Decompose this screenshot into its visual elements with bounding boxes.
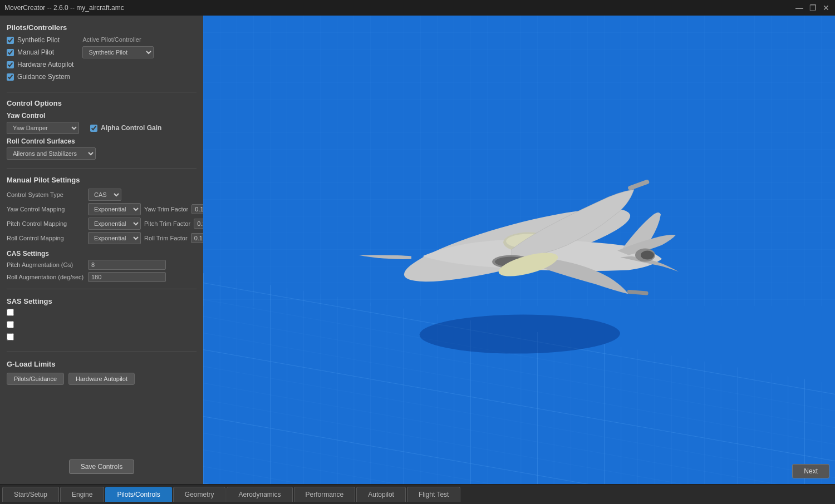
roll-control-row: Ailerons and Stabilizers Ailerons Only S…: [7, 147, 197, 160]
svg-rect-12: [627, 179, 650, 191]
manual-pilot-checkbox[interactable]: [7, 49, 14, 56]
control-system-row: Control System Type CAS SAS Direct: [7, 189, 197, 201]
pitch-aug-label: Pitch Augmentation (Gs): [7, 261, 85, 268]
roll-mapping-label: Roll Control Mapping: [7, 235, 85, 241]
sas-checkboxes: [7, 309, 197, 343]
manual-pilot-label: Manual Pilot: [17, 48, 54, 56]
yaw-control-row: Yaw Damper None Rate Damper Alpha Contro…: [7, 122, 197, 134]
next-button[interactable]: Next: [792, 464, 829, 478]
synthetic-pilot-label: Synthetic Pilot: [17, 36, 60, 44]
svg-point-11: [641, 251, 654, 260]
active-pilot-label: Active Pilot/Controller: [82, 36, 154, 43]
save-controls-button[interactable]: Save Controls: [69, 459, 134, 474]
cas-settings-title: CAS Settings: [7, 250, 197, 258]
checkbox-manual: Manual Pilot: [7, 48, 73, 56]
roll-aug-row: Roll Augmentation (deg/sec): [7, 272, 197, 282]
save-row: Save Controls: [7, 455, 197, 478]
hardware-autopilot-checkbox[interactable]: [7, 61, 14, 68]
yaw-mapping-label: Yaw Control Mapping: [7, 206, 85, 213]
pilots-checkboxes: Synthetic Pilot Manual Pilot Hardware Au…: [7, 36, 73, 83]
gload-buttons: Pilots/Guidance Hardware Autopilot: [7, 373, 197, 385]
pitch-trim-input[interactable]: [194, 219, 203, 229]
roll-control-sublabel: Roll Control Surfaces: [7, 137, 197, 145]
pitch-aug-input[interactable]: [88, 260, 166, 270]
roll-mapping-controls: Exponential Linear Quadratic Roll Trim F…: [88, 232, 203, 244]
maximize-button[interactable]: ❐: [808, 3, 817, 12]
active-pilot-select[interactable]: Synthetic Pilot Manual Pilot Hardware Au…: [82, 46, 154, 58]
control-system-label: Control System Type: [7, 191, 85, 198]
tab-pilots-controls[interactable]: Pilots/Controls: [105, 487, 171, 502]
sas-checkbox-1: [7, 309, 197, 316]
pitch-mapping-label: Pitch Control Mapping: [7, 220, 85, 227]
hardware-autopilot-button[interactable]: Hardware Autopilot: [68, 373, 135, 385]
roll-aug-input[interactable]: [88, 272, 166, 282]
sas-checkbox-input-2[interactable]: [7, 321, 14, 328]
sas-checkbox-input-1[interactable]: [7, 309, 14, 316]
main-area: Pilots/Controllers Synthetic Pilot Manua…: [0, 16, 835, 484]
titlebar-title: MoverCreator -- 2.6.0 -- my_aircraft.amc: [4, 4, 124, 12]
svg-point-4: [416, 315, 623, 354]
pitch-aug-row: Pitch Augmentation (Gs): [7, 260, 197, 270]
bottom-tabs: Start/Setup Engine Pilots/Controls Geome…: [0, 484, 835, 504]
tab-start-setup[interactable]: Start/Setup: [2, 487, 59, 502]
tab-flight-test[interactable]: Flight Test: [407, 487, 460, 502]
yaw-control-sublabel: Yaw Control: [7, 112, 197, 120]
divider-4: [7, 352, 197, 352]
alpha-control-gain-label: Alpha Control Gain: [101, 124, 161, 132]
tab-autopilot[interactable]: Autopilot: [356, 487, 406, 502]
roll-trim-label: Roll Trim Factor: [144, 235, 188, 241]
yaw-mapping-controls: Exponential Linear Quadratic Yaw Trim Fa…: [88, 203, 203, 215]
tab-aerodynamics[interactable]: Aerodynamics: [227, 487, 292, 502]
pitch-mapping-controls: Exponential Linear Quadratic Pitch Trim …: [88, 218, 203, 230]
yaw-trim-label: Yaw Trim Factor: [144, 206, 188, 213]
pilots-guidance-button[interactable]: Pilots/Guidance: [7, 373, 64, 385]
control-system-value: CAS SAS Direct: [88, 189, 197, 201]
tab-engine[interactable]: Engine: [60, 487, 104, 502]
sas-settings-title: SAS Settings: [7, 297, 197, 305]
synthetic-pilot-checkbox[interactable]: [7, 37, 14, 44]
titlebar-controls: — ❐ ✕: [795, 3, 831, 12]
yaw-control-select[interactable]: Yaw Damper None Rate Damper: [7, 122, 79, 134]
tab-geometry[interactable]: Geometry: [173, 487, 226, 502]
divider-3: [7, 289, 197, 289]
sas-checkbox-2: [7, 321, 197, 328]
checkbox-hardware: Hardware Autopilot: [7, 61, 73, 68]
control-system-select[interactable]: CAS SAS Direct: [88, 189, 121, 201]
guidance-system-label: Guidance System: [17, 73, 70, 81]
alpha-control-container: Alpha Control Gain: [90, 124, 161, 132]
roll-aug-label: Roll Augmentation (deg/sec): [7, 274, 85, 280]
sas-checkbox-3: [7, 333, 197, 340]
divider-1: [7, 92, 197, 92]
sas-checkbox-input-3[interactable]: [7, 333, 14, 340]
pitch-mapping-select[interactable]: Exponential Linear Quadratic: [88, 218, 141, 230]
roll-control-select[interactable]: Ailerons and Stabilizers Ailerons Only S…: [7, 147, 96, 160]
checkbox-synthetic: Synthetic Pilot: [7, 36, 73, 44]
pilots-section-title: Pilots/Controllers: [7, 23, 197, 32]
gload-title: G-Load Limits: [7, 360, 197, 368]
checkbox-guidance: Guidance System: [7, 73, 73, 81]
guidance-system-checkbox[interactable]: [7, 73, 14, 81]
roll-mapping-row: Roll Control Mapping Exponential Linear …: [7, 232, 197, 244]
3d-viewport: Next: [203, 16, 835, 484]
left-panel: Pilots/Controllers Synthetic Pilot Manua…: [0, 16, 203, 484]
pilots-row: Synthetic Pilot Manual Pilot Hardware Au…: [7, 36, 197, 83]
yaw-trim-input[interactable]: [191, 204, 203, 214]
alpha-control-gain-checkbox[interactable]: [90, 125, 97, 132]
pitch-mapping-row: Pitch Control Mapping Exponential Linear…: [7, 218, 197, 230]
yaw-mapping-row: Yaw Control Mapping Exponential Linear Q…: [7, 203, 197, 215]
aircraft-svg: [356, 129, 745, 362]
minimize-button[interactable]: —: [795, 3, 804, 12]
tab-performance[interactable]: Performance: [294, 487, 356, 502]
roll-mapping-select[interactable]: Exponential Linear Quadratic: [88, 232, 141, 244]
pitch-aug-value: [88, 260, 197, 270]
hardware-autopilot-label: Hardware Autopilot: [17, 61, 73, 68]
divider-2: [7, 169, 197, 169]
pitch-trim-label: Pitch Trim Factor: [144, 220, 190, 227]
yaw-mapping-select[interactable]: Exponential Linear Quadratic: [88, 203, 141, 215]
roll-trim-input[interactable]: [191, 233, 203, 243]
close-button[interactable]: ✕: [822, 3, 831, 12]
roll-aug-value: [88, 272, 197, 282]
titlebar: MoverCreator -- 2.6.0 -- my_aircraft.amc…: [0, 0, 835, 16]
active-pilot-container: Active Pilot/Controller Synthetic Pilot …: [82, 36, 154, 83]
control-options-title: Control Options: [7, 99, 197, 107]
